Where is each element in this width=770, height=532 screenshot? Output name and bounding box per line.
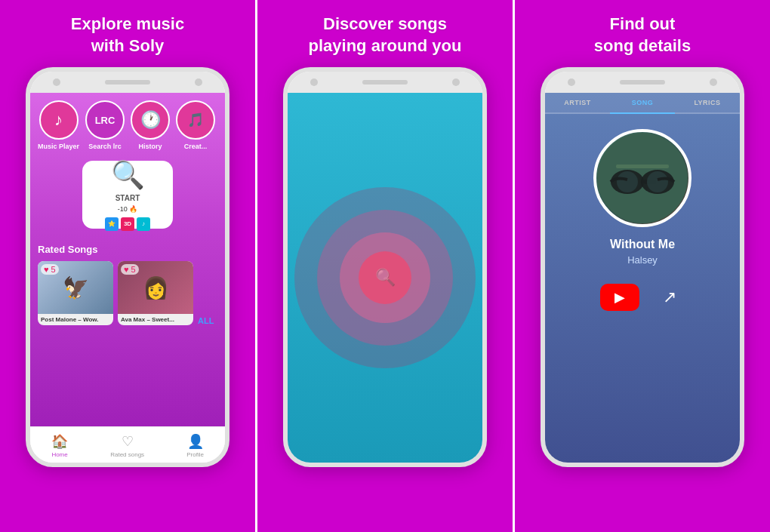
history-label: History — [139, 143, 162, 150]
app-icons-row: ♪ Music Player LRC Search lrc 🕐 History … — [38, 100, 217, 150]
phone-1: ♪ Music Player LRC Search lrc 🕐 History … — [26, 67, 229, 467]
artist-name: Halsey — [627, 254, 658, 266]
home-icon: 🏠 — [51, 433, 68, 450]
phone-1-top-bar — [30, 72, 225, 93]
search-lrc-label: Search lrc — [88, 143, 122, 150]
phone-1-body: ♪ Music Player LRC Search lrc 🕐 History … — [30, 93, 225, 463]
svg-rect-6 — [616, 165, 669, 168]
tab-song[interactable]: SONG — [610, 93, 675, 114]
song-card-2[interactable]: 👩 ♥ 5 Ava Max – Sweet... — [118, 261, 193, 325]
phone-2-content: 🔍 — [288, 93, 482, 463]
nav-home[interactable]: 🏠 Home — [51, 433, 68, 458]
phone-3-top-bar — [545, 72, 740, 93]
phone-3-body: ARTIST SONG LYRICS — [545, 93, 740, 463]
music-player-circle: ♪ — [39, 100, 79, 140]
panel-details: Find outsong details ARTIST SONG LYRICS — [515, 0, 770, 532]
search-icon-large: 🔍 — [111, 159, 145, 191]
panel-explore: Explore musicwith Soly ♪ Music Player LR… — [0, 0, 255, 532]
panel-3-title: Find outsong details — [587, 14, 698, 57]
song-2-name: Ava Max – Sweet... — [118, 314, 193, 325]
camera-dot-4 — [452, 78, 460, 86]
youtube-button[interactable]: ▶ — [600, 284, 639, 311]
phone-2-body: 🔍 — [288, 93, 482, 463]
song-title: Without Me — [610, 238, 675, 251]
music-player-label: Music Player — [38, 143, 79, 150]
panel-2-title: Discover songsplaying around you — [301, 14, 470, 57]
song-card-1[interactable]: 🦅 ♥ 5 Post Malone – Wow. — [38, 261, 113, 325]
search-ripple-icon: 🔍 — [375, 268, 396, 288]
speaker-bar-3 — [620, 80, 665, 85]
song-2-heart: ♥ 5 — [121, 264, 139, 275]
history-circle: 🕐 — [131, 100, 170, 140]
action-buttons: ▶ ↗ — [600, 282, 685, 312]
nav-rated[interactable]: ♡ Rated songs — [110, 433, 144, 458]
youtube-icon: ▶ — [614, 289, 625, 306]
camera-dot-5 — [568, 78, 575, 86]
search-lrc-circle: LRC — [85, 100, 125, 140]
camera-dot-2 — [195, 78, 202, 86]
create-circle: 🎵 — [176, 100, 215, 140]
phone-3: ARTIST SONG LYRICS — [541, 67, 744, 467]
start-search-box[interactable]: 🔍 START -10 🔥 ⭐ 3D ♪ — [82, 161, 173, 229]
svg-point-5 — [647, 171, 668, 192]
camera-dot — [53, 78, 60, 86]
song-detail-tabs: ARTIST SONG LYRICS — [545, 93, 740, 114]
share-button[interactable]: ↗ — [654, 282, 685, 312]
tab-artist[interactable]: ARTIST — [545, 93, 610, 112]
tab-lyrics[interactable]: LYRICS — [675, 93, 740, 112]
create-label: Creat... — [184, 143, 208, 150]
phone-1-content: ♪ Music Player LRC Search lrc 🕐 History … — [30, 93, 225, 426]
ripple-center[interactable]: 🔍 — [359, 251, 411, 304]
nav-profile-label: Profile — [186, 451, 204, 458]
album-art — [593, 129, 691, 227]
song-1-name: Post Malone – Wow. — [38, 314, 113, 325]
heart-icon: ♡ — [122, 433, 134, 450]
nav-home-label: Home — [51, 451, 67, 458]
ripple-animation: 🔍 — [294, 187, 476, 368]
album-art-svg — [597, 133, 688, 223]
panel-discover: Discover songsplaying around you 🔍 — [255, 0, 515, 532]
svg-point-4 — [617, 171, 638, 192]
create-icon-item[interactable]: 🎵 Creat... — [176, 100, 215, 150]
badge-blue: ⭐ — [105, 217, 119, 231]
all-link[interactable]: ALL — [198, 316, 214, 325]
phone-3-content: ARTIST SONG LYRICS — [545, 93, 740, 463]
profile-icon: 👤 — [187, 433, 204, 450]
start-label: START — [116, 194, 140, 202]
phone-2-top-bar — [288, 72, 482, 93]
bottom-nav: 🏠 Home ♡ Rated songs 👤 Profile — [30, 426, 225, 463]
badge-pink: 3D — [121, 217, 134, 231]
nav-profile[interactable]: 👤 Profile — [186, 433, 204, 458]
camera-dot-6 — [710, 78, 717, 86]
speaker-bar-2 — [362, 80, 408, 85]
song-1-heart: ♥ 5 — [41, 264, 59, 275]
phone-2: 🔍 — [283, 67, 487, 467]
share-icon: ↗ — [663, 288, 676, 307]
nav-rated-label: Rated songs — [110, 451, 144, 458]
badge-cyan: ♪ — [137, 217, 150, 231]
search-lrc-icon-item[interactable]: LRC Search lrc — [85, 100, 125, 150]
points-label: -10 🔥 — [118, 205, 138, 213]
rated-songs-label: Rated Songs — [38, 244, 217, 255]
history-icon-item[interactable]: 🕐 History — [131, 100, 170, 150]
badges-row: ⭐ 3D ♪ — [105, 217, 150, 231]
songs-row: 🦅 ♥ 5 Post Malone – Wow. 👩 ♥ 5 Ava Max –… — [38, 261, 217, 325]
panel-1-title: Explore musicwith Soly — [63, 14, 192, 57]
music-player-icon-item[interactable]: ♪ Music Player — [38, 100, 79, 150]
camera-dot-3 — [310, 78, 318, 86]
speaker-bar — [105, 80, 150, 85]
